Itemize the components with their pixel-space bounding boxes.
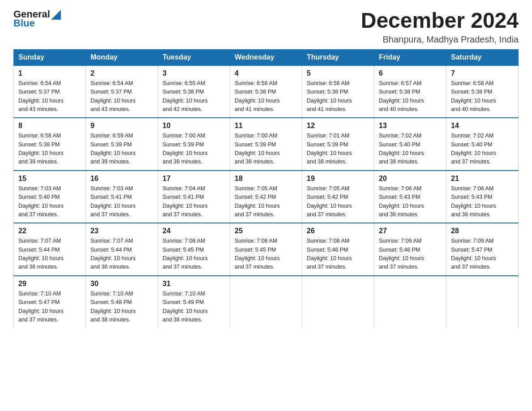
calendar-table: SundayMondayTuesdayWednesdayThursdayFrid… bbox=[13, 49, 519, 328]
day-cell: 9Sunrise: 6:59 AMSunset: 5:39 PMDaylight… bbox=[86, 118, 158, 171]
day-cell: 13Sunrise: 7:02 AMSunset: 5:40 PMDayligh… bbox=[374, 118, 446, 171]
day-number: 26 bbox=[307, 227, 369, 235]
day-number: 9 bbox=[90, 122, 153, 130]
day-cell: 21Sunrise: 7:06 AMSunset: 5:43 PMDayligh… bbox=[446, 171, 519, 223]
day-cell: 29Sunrise: 7:10 AMSunset: 5:47 PMDayligh… bbox=[14, 276, 86, 328]
day-number: 5 bbox=[307, 69, 369, 77]
header-cell-thursday: Thursday bbox=[302, 49, 374, 65]
day-cell: 14Sunrise: 7:02 AMSunset: 5:40 PMDayligh… bbox=[446, 118, 519, 171]
day-info: Sunrise: 7:00 AMSunset: 5:39 PMDaylight:… bbox=[163, 133, 208, 165]
day-number: 18 bbox=[235, 175, 297, 183]
day-info: Sunrise: 7:08 AMSunset: 5:46 PMDaylight:… bbox=[307, 238, 352, 270]
day-info: Sunrise: 6:58 AMSunset: 5:38 PMDaylight:… bbox=[18, 133, 64, 165]
day-number: 8 bbox=[18, 122, 81, 130]
day-cell: 4Sunrise: 6:56 AMSunset: 5:38 PMDaylight… bbox=[230, 65, 302, 118]
day-info: Sunrise: 6:57 AMSunset: 5:38 PMDaylight:… bbox=[379, 80, 424, 112]
page-header: General Blue December 2024 Bhanpura, Mad… bbox=[13, 9, 519, 45]
day-cell: 18Sunrise: 7:05 AMSunset: 5:42 PMDayligh… bbox=[230, 171, 302, 223]
calendar-body: 1Sunrise: 6:54 AMSunset: 5:37 PMDaylight… bbox=[14, 65, 519, 328]
day-number: 23 bbox=[90, 227, 153, 235]
day-number: 7 bbox=[451, 69, 514, 77]
month-year-title: December 2024 bbox=[361, 9, 519, 33]
day-info: Sunrise: 7:07 AMSunset: 5:44 PMDaylight:… bbox=[18, 238, 64, 270]
day-cell: 12Sunrise: 7:01 AMSunset: 5:39 PMDayligh… bbox=[302, 118, 374, 171]
day-info: Sunrise: 7:06 AMSunset: 5:43 PMDaylight:… bbox=[451, 185, 496, 218]
day-number: 31 bbox=[163, 280, 225, 288]
day-info: Sunrise: 7:10 AMSunset: 5:48 PMDaylight:… bbox=[90, 291, 136, 323]
day-cell: 26Sunrise: 7:08 AMSunset: 5:46 PMDayligh… bbox=[302, 223, 374, 276]
day-cell: 15Sunrise: 7:03 AMSunset: 5:40 PMDayligh… bbox=[14, 171, 86, 223]
day-cell: 30Sunrise: 7:10 AMSunset: 5:48 PMDayligh… bbox=[86, 276, 158, 328]
day-info: Sunrise: 7:04 AMSunset: 5:41 PMDaylight:… bbox=[163, 185, 208, 218]
day-info: Sunrise: 6:54 AMSunset: 5:37 PMDaylight:… bbox=[90, 80, 136, 112]
day-info: Sunrise: 7:08 AMSunset: 5:45 PMDaylight:… bbox=[235, 238, 280, 270]
day-cell: 16Sunrise: 7:03 AMSunset: 5:41 PMDayligh… bbox=[86, 171, 158, 223]
day-number: 15 bbox=[18, 175, 81, 183]
day-cell: 20Sunrise: 7:06 AMSunset: 5:43 PMDayligh… bbox=[374, 171, 446, 223]
day-info: Sunrise: 7:02 AMSunset: 5:40 PMDaylight:… bbox=[451, 133, 496, 165]
day-info: Sunrise: 6:59 AMSunset: 5:39 PMDaylight:… bbox=[90, 133, 136, 165]
day-number: 25 bbox=[235, 227, 297, 235]
day-number: 19 bbox=[307, 175, 369, 183]
week-row-5: 29Sunrise: 7:10 AMSunset: 5:47 PMDayligh… bbox=[14, 276, 519, 328]
day-cell: 8Sunrise: 6:58 AMSunset: 5:38 PMDaylight… bbox=[14, 118, 86, 171]
header-cell-tuesday: Tuesday bbox=[158, 49, 230, 65]
day-cell: 5Sunrise: 6:56 AMSunset: 5:38 PMDaylight… bbox=[302, 65, 374, 118]
day-number: 6 bbox=[379, 69, 442, 77]
header-cell-monday: Monday bbox=[86, 49, 158, 65]
week-row-3: 15Sunrise: 7:03 AMSunset: 5:40 PMDayligh… bbox=[14, 171, 519, 223]
day-number: 20 bbox=[379, 175, 442, 183]
day-number: 4 bbox=[235, 69, 297, 77]
day-info: Sunrise: 7:05 AMSunset: 5:42 PMDaylight:… bbox=[235, 185, 280, 218]
title-block: December 2024 Bhanpura, Madhya Pradesh, … bbox=[361, 9, 519, 45]
header-cell-wednesday: Wednesday bbox=[230, 49, 302, 65]
day-number: 24 bbox=[163, 227, 225, 235]
day-cell: 31Sunrise: 7:10 AMSunset: 5:49 PMDayligh… bbox=[158, 276, 230, 328]
day-info: Sunrise: 7:07 AMSunset: 5:44 PMDaylight:… bbox=[90, 238, 136, 270]
day-cell: 11Sunrise: 7:00 AMSunset: 5:39 PMDayligh… bbox=[230, 118, 302, 171]
logo-triangle-icon bbox=[51, 10, 61, 20]
location-subtitle: Bhanpura, Madhya Pradesh, India bbox=[361, 34, 519, 45]
day-cell: 25Sunrise: 7:08 AMSunset: 5:45 PMDayligh… bbox=[230, 223, 302, 276]
week-row-1: 1Sunrise: 6:54 AMSunset: 5:37 PMDaylight… bbox=[14, 65, 519, 118]
day-info: Sunrise: 7:08 AMSunset: 5:45 PMDaylight:… bbox=[163, 238, 208, 270]
day-cell bbox=[302, 276, 374, 328]
day-info: Sunrise: 7:02 AMSunset: 5:40 PMDaylight:… bbox=[379, 133, 424, 165]
day-info: Sunrise: 7:09 AMSunset: 5:47 PMDaylight:… bbox=[451, 238, 496, 270]
day-number: 16 bbox=[90, 175, 153, 183]
day-cell: 24Sunrise: 7:08 AMSunset: 5:45 PMDayligh… bbox=[158, 223, 230, 276]
calendar-header: SundayMondayTuesdayWednesdayThursdayFrid… bbox=[14, 49, 519, 65]
day-cell: 3Sunrise: 6:55 AMSunset: 5:38 PMDaylight… bbox=[158, 65, 230, 118]
day-cell: 10Sunrise: 7:00 AMSunset: 5:39 PMDayligh… bbox=[158, 118, 230, 171]
day-info: Sunrise: 7:05 AMSunset: 5:42 PMDaylight:… bbox=[307, 185, 352, 218]
week-row-4: 22Sunrise: 7:07 AMSunset: 5:44 PMDayligh… bbox=[14, 223, 519, 276]
day-cell: 7Sunrise: 6:58 AMSunset: 5:38 PMDaylight… bbox=[446, 65, 519, 118]
day-number: 10 bbox=[163, 122, 225, 130]
day-number: 17 bbox=[163, 175, 225, 183]
day-cell: 1Sunrise: 6:54 AMSunset: 5:37 PMDaylight… bbox=[14, 65, 86, 118]
day-info: Sunrise: 7:10 AMSunset: 5:49 PMDaylight:… bbox=[163, 291, 208, 323]
day-cell: 28Sunrise: 7:09 AMSunset: 5:47 PMDayligh… bbox=[446, 223, 519, 276]
week-row-2: 8Sunrise: 6:58 AMSunset: 5:38 PMDaylight… bbox=[14, 118, 519, 171]
day-info: Sunrise: 6:56 AMSunset: 5:38 PMDaylight:… bbox=[307, 80, 352, 112]
day-info: Sunrise: 6:55 AMSunset: 5:38 PMDaylight:… bbox=[163, 80, 208, 112]
day-number: 1 bbox=[18, 69, 81, 77]
day-info: Sunrise: 7:03 AMSunset: 5:40 PMDaylight:… bbox=[18, 185, 64, 218]
day-number: 29 bbox=[18, 280, 81, 288]
logo: General Blue bbox=[13, 9, 61, 29]
day-info: Sunrise: 7:09 AMSunset: 5:46 PMDaylight:… bbox=[379, 238, 424, 270]
day-cell: 27Sunrise: 7:09 AMSunset: 5:46 PMDayligh… bbox=[374, 223, 446, 276]
day-number: 2 bbox=[90, 69, 153, 77]
day-info: Sunrise: 7:00 AMSunset: 5:39 PMDaylight:… bbox=[235, 133, 280, 165]
day-number: 14 bbox=[451, 122, 514, 130]
day-cell bbox=[230, 276, 302, 328]
logo-text-blue: Blue bbox=[13, 18, 35, 29]
day-info: Sunrise: 6:54 AMSunset: 5:37 PMDaylight:… bbox=[18, 80, 64, 112]
day-info: Sunrise: 7:06 AMSunset: 5:43 PMDaylight:… bbox=[379, 185, 424, 218]
day-number: 22 bbox=[18, 227, 81, 235]
svg-marker-0 bbox=[51, 10, 61, 20]
header-cell-saturday: Saturday bbox=[446, 49, 519, 65]
day-cell: 6Sunrise: 6:57 AMSunset: 5:38 PMDaylight… bbox=[374, 65, 446, 118]
day-number: 30 bbox=[90, 280, 153, 288]
day-info: Sunrise: 6:56 AMSunset: 5:38 PMDaylight:… bbox=[235, 80, 280, 112]
